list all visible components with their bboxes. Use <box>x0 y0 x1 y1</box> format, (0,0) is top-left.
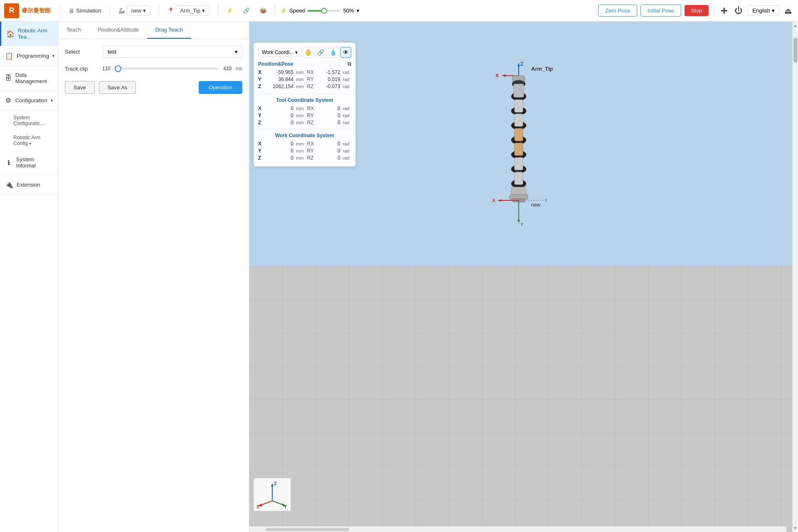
sidebar-item-robotic-arm[interactable]: 🏠 Robotic Arm Tea... <box>0 22 58 46</box>
zero-pose-button[interactable]: Zero Pose <box>598 5 637 17</box>
coord-system-select[interactable]: Work Coordi... ▾ <box>258 48 301 57</box>
coord-drop-icon-btn[interactable]: 💧 <box>328 47 339 58</box>
tool-z-unit: mm <box>296 120 304 125</box>
tool-y-row: Y 0 mm RY 0 rad <box>258 113 351 118</box>
arm-config-icon3[interactable]: 📦 <box>256 6 270 15</box>
svg-text:Z: Z <box>274 481 277 486</box>
tip-selector[interactable]: 📍 Arm_Tip ▾ <box>164 4 213 17</box>
svg-marker-31 <box>517 220 520 223</box>
save-as-button[interactable]: Save As <box>99 81 136 94</box>
track-clip-row: Track clip 110 410 ms <box>65 64 242 73</box>
track-slider[interactable] <box>115 64 219 73</box>
tool-rx-label: RX <box>307 106 317 111</box>
programming-icon: 📋 <box>5 52 13 60</box>
pose-x-axis: X <box>258 69 264 75</box>
header: R 睿尔曼智能 🖥 Simulation 🦾 new ▾ 📍 Arm_Tip ▾… <box>0 0 798 22</box>
pose-rz-unit: rad <box>343 84 351 89</box>
work-rx-val: 0 <box>320 141 340 147</box>
coord-eye-icon-btn[interactable]: 👁 <box>340 47 351 58</box>
h-scrollbar[interactable] <box>249 526 786 532</box>
pose-ry-label: RY <box>307 76 317 82</box>
language-arrow: ▾ <box>772 7 775 14</box>
sidebar-item-robotic-arm-config[interactable]: Robotic Arm Config ▾ <box>0 131 58 150</box>
sidebar-item-system-informal[interactable]: ℹ System Informal <box>0 150 58 175</box>
svg-rect-9 <box>514 84 524 97</box>
work-z-val: 0 <box>266 155 293 161</box>
arm-config-icon2[interactable]: 🔗 <box>240 6 253 15</box>
tab-teach[interactable]: Teach <box>58 22 89 39</box>
track-unit: ms <box>236 66 242 71</box>
operation-button[interactable]: Operation <box>199 81 242 94</box>
sidebar-item-label-system-informal: System Informal <box>16 156 53 169</box>
svg-rect-22 <box>511 187 526 195</box>
select-label: Select <box>65 49 98 55</box>
save-button[interactable]: Save <box>65 81 95 94</box>
svg-marker-4 <box>502 74 505 77</box>
work-y-row: Y 0 mm RY 0 rad <box>258 148 351 154</box>
language-selector[interactable]: English ▾ <box>748 5 779 16</box>
coord-hand-icon-btn[interactable]: 🖐 <box>303 47 314 58</box>
add-connection-button[interactable]: ✚ <box>719 4 729 17</box>
pose-z-unit: mm <box>296 84 304 89</box>
svg-text:X: X <box>495 73 499 79</box>
work-x-val: 0 <box>266 141 293 147</box>
svg-marker-1 <box>517 63 520 66</box>
pose-ry-val: 0.019 <box>320 76 340 82</box>
speed-slider[interactable] <box>308 10 341 12</box>
arm-config-icon1[interactable]: ⚡ <box>223 6 236 15</box>
tip-dropdown[interactable]: Arm_Tip ▾ <box>176 5 210 16</box>
pose-rx-unit: rad <box>343 70 351 75</box>
coord-panel: Work Coordi... ▾ 🖐 🔗 💧 👁 Position&Pose ⧉ <box>254 42 356 167</box>
tool-rz-unit: rad <box>343 120 351 125</box>
sidebar-item-configuration[interactable]: ⚙ Configuration ▾ <box>0 91 58 111</box>
power-button[interactable]: ⏻ <box>733 4 744 17</box>
simulation-toggle[interactable]: 🖥 Simulation <box>65 6 105 16</box>
pose-rz-val: -0.073 <box>320 84 340 89</box>
work-ry-val: 0 <box>320 148 340 154</box>
pose-y-val: 36.844 <box>266 76 293 82</box>
tool-ry-unit: rad <box>343 113 351 118</box>
track-slider-bg <box>115 68 219 69</box>
v-scrollbar-thumb[interactable] <box>793 38 798 63</box>
select-arrow: ▾ <box>235 49 238 55</box>
panel-content: Select test ▾ Track clip 110 <box>58 39 249 101</box>
logout-button[interactable]: ⏏ <box>783 4 794 17</box>
data-management-icon: 🗄 <box>5 74 12 82</box>
tool-z-row: Z 0 mm RZ 0 rad <box>258 120 351 126</box>
tool-ry-label: RY <box>307 113 317 118</box>
tip-icon: 📍 <box>167 7 174 14</box>
content-area: Teach Position&Attitude Drag Teach Selec… <box>58 22 798 532</box>
svg-rect-17 <box>515 143 523 155</box>
work-coord-title: Work Coordinate System <box>258 129 351 138</box>
sidebar-item-extension[interactable]: 🔌 Extension <box>0 175 58 195</box>
work-rz-unit: rad <box>343 155 351 160</box>
mini-coord-svg: Z X Y <box>256 480 289 509</box>
scroll-up-arrow[interactable]: ▲ <box>792 22 798 30</box>
pose-z-val: 1062.154 <box>266 84 293 89</box>
sidebar-item-system-config[interactable]: System Configuratic... <box>0 111 58 131</box>
robotic-arm-icon: 🏠 <box>6 30 15 38</box>
h-scrollbar-thumb[interactable] <box>266 528 349 531</box>
sidebar-item-programming[interactable]: 📋 Programming ▾ <box>0 46 58 66</box>
stop-button[interactable]: Stop <box>685 5 709 16</box>
logo-icon: R <box>4 3 19 18</box>
tab-drag-teach[interactable]: Drag Teach <box>147 22 191 39</box>
coord-link-icon-btn[interactable]: 🔗 <box>315 47 326 58</box>
sidebar-item-data-management[interactable]: 🗄 Data Management <box>0 66 58 91</box>
coord-toolbar: Work Coordi... ▾ 🖐 🔗 💧 👁 <box>258 47 351 58</box>
track-slider-thumb[interactable] <box>115 65 121 72</box>
initial-pose-button[interactable]: Initial Pose <box>640 5 681 17</box>
tool-rx-val: 0 <box>320 106 340 111</box>
svg-text:new: new <box>531 202 540 208</box>
main-layout: 🏠 Robotic Arm Tea... 📋 Programming ▾ 🗄 D… <box>0 22 798 532</box>
copy-icon[interactable]: ⧉ <box>347 61 351 67</box>
tab-position-attitude[interactable]: Position&Attitude <box>89 22 147 39</box>
arm-dropdown[interactable]: new ▾ <box>127 5 150 16</box>
select-dropdown[interactable]: test ▾ <box>103 46 242 58</box>
work-rz-label: RZ <box>307 155 317 161</box>
work-ry-label: RY <box>307 148 317 154</box>
header-separator-2 <box>110 5 110 17</box>
arm-selector[interactable]: 🦾 new ▾ <box>115 4 154 17</box>
scroll-down-arrow[interactable]: ▼ <box>792 524 798 532</box>
speed-thumb[interactable] <box>321 8 327 14</box>
